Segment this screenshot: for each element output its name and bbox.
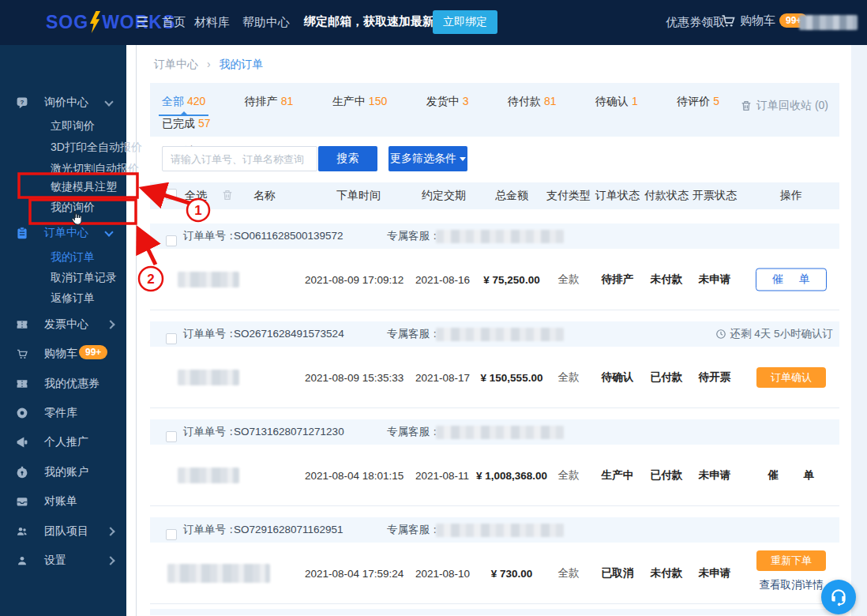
- order-status: 待确认: [594, 370, 641, 385]
- breadcrumb-parent[interactable]: 订单中心: [154, 58, 198, 70]
- sidebar-cart-badge: 99+: [79, 345, 107, 359]
- order-no-label: 订单单号：: [183, 223, 237, 249]
- scrollbar-track[interactable]: [851, 45, 867, 616]
- username-redacted[interactable]: [799, 15, 858, 30]
- tab-all[interactable]: 全部420: [162, 95, 205, 116]
- order-no: SO0611628500139572: [234, 223, 343, 249]
- order-search-input[interactable]: [162, 146, 317, 171]
- sidebar-item-my-account[interactable]: 我的账户: [0, 464, 126, 481]
- search-bar: 搜索 更多筛选条件: [150, 146, 839, 171]
- sidebar-item-cancel-order-records[interactable]: 取消订单记录: [51, 271, 117, 287]
- sidebar-item-invoice-center[interactable]: 发票中心: [0, 316, 126, 333]
- chevron-down-icon: [104, 97, 113, 106]
- reorder-button[interactable]: 重新下单: [756, 550, 826, 571]
- customer-service-button[interactable]: [821, 580, 856, 614]
- urge-order-button[interactable]: 催 单: [756, 268, 827, 291]
- nav-link-home[interactable]: 首页: [162, 15, 186, 30]
- order-name-redacted: [178, 272, 239, 287]
- order-row[interactable]: 2021-08-04 18:01:15 2021-08-11 ¥ 1,008,3…: [150, 445, 839, 506]
- order-time: 2021-08-09 17:09:12: [305, 273, 412, 285]
- sidebar-item-3d-print-quote[interactable]: 3D打印全自动报价: [51, 141, 142, 156]
- coupon-claim-link[interactable]: 优惠券领取: [666, 15, 725, 30]
- chevron-right-icon: [106, 527, 114, 535]
- sidebar-item-team-projects[interactable]: 团队项目: [0, 523, 126, 540]
- total-amount: ¥ 75,250.00: [464, 273, 559, 285]
- service-label: 专属客服：: [387, 517, 441, 543]
- total-amount: ¥ 730.00: [464, 567, 559, 579]
- sidebar-item-my-orders[interactable]: 我的订单: [51, 250, 95, 266]
- main-content: 订单中心 › 我的订单 全部420 待排产81 生产中150 发货中3 待付款8…: [150, 45, 839, 616]
- sidebar-item-label: 询价中心: [44, 96, 88, 110]
- service-label: 专属客服：: [387, 223, 441, 249]
- nav-link-help-center[interactable]: 帮助中心: [242, 15, 290, 30]
- sidebar-item-laser-cut-quote[interactable]: 激光切割自动报价: [51, 162, 139, 178]
- tab-completed[interactable]: 已完成57: [162, 117, 211, 138]
- service-agent-redacted: [436, 230, 564, 243]
- nav-link-materials[interactable]: 材料库: [194, 15, 230, 30]
- order-time: 2021-08-04 18:01:15: [305, 469, 412, 481]
- sidebar-item-label: 订单中心: [44, 226, 88, 240]
- sidebar-item-label: 购物车: [44, 347, 77, 361]
- pay-type: 全款: [546, 272, 591, 287]
- order-no: SO7291628071162951: [234, 517, 343, 543]
- sidebar-item-personal-promotion[interactable]: 个人推广: [0, 434, 126, 451]
- tab-pending-review[interactable]: 待评价5: [677, 95, 719, 116]
- confirm-order-button[interactable]: 订单确认: [756, 367, 826, 388]
- sidebar-item-settings[interactable]: 设置: [0, 552, 126, 569]
- sidebar-item-parts-library[interactable]: 零件库: [0, 404, 126, 422]
- order-recycle-bin[interactable]: 订单回收站 (0): [740, 99, 828, 113]
- cart-label: 购物车: [740, 13, 775, 28]
- select-all-checkbox[interactable]: [166, 189, 177, 202]
- order-name-redacted: [178, 370, 239, 385]
- sidebar-item-inquiry-center[interactable]: ? 询价中心: [0, 94, 126, 111]
- menu-toggle-icon[interactable]: ☰: [136, 13, 148, 31]
- bind-now-button[interactable]: 立即绑定: [433, 10, 497, 34]
- view-cancel-details-link[interactable]: 查看取消详情: [752, 578, 831, 592]
- top-navbar: SOG WORKS ☰ 首页 材料库 帮助中心 绑定邮箱，获取速加最新动态 立即…: [0, 0, 867, 45]
- orders-list: 订单单号： SO0611628500139572 专属客服： 2021-08-0…: [150, 223, 839, 615]
- search-button[interactable]: 搜索: [318, 146, 377, 171]
- sidebar-item-label: 我的优惠券: [44, 377, 99, 391]
- sidebar-item-cart[interactable]: 购物车 99+: [0, 345, 126, 362]
- cart-icon: [16, 347, 28, 360]
- order-row[interactable]: 2021-08-09 17:09:12 2021-08-16 ¥ 75,250.…: [150, 249, 839, 310]
- confirm-countdown: 还剩 4天 5小时确认订: [715, 321, 833, 347]
- order-time: 2021-08-04 17:59:24: [305, 567, 412, 579]
- total-amount: ¥ 150,555.00: [464, 371, 559, 383]
- sidebar-item-instant-quote[interactable]: 立即询价: [51, 119, 95, 135]
- invoice-status: 未申请: [690, 468, 739, 483]
- recycle-bin-label: 订单回收站 (0): [756, 99, 828, 113]
- cart-icon: [720, 13, 736, 28]
- col-order-status: 订单状态: [594, 189, 641, 203]
- tab-pending-confirmation[interactable]: 待确认1: [595, 95, 638, 116]
- coupon-icon: [16, 377, 28, 390]
- sidebar-item-order-center[interactable]: 订单中心: [0, 224, 126, 242]
- caret-down-icon: [460, 157, 466, 161]
- sogaworks-logo[interactable]: SOG WORKS: [46, 10, 175, 34]
- col-amount: 总金额: [464, 189, 559, 203]
- svg-text:?: ?: [21, 99, 24, 106]
- tab-pending-payment[interactable]: 待付款81: [508, 95, 557, 116]
- order-group: 订单单号： SO7291628071162951 专属客服： 2021-08-0…: [150, 517, 839, 604]
- sidebar-item-label: 零件库: [44, 406, 77, 420]
- tab-shipping[interactable]: 发货中3: [426, 95, 469, 116]
- sidebar-item-rapid-molding[interactable]: 敏捷模具注塑: [51, 180, 117, 196]
- tab-pending-scheduling[interactable]: 待排产81: [245, 95, 294, 116]
- navbar-cart[interactable]: 购物车 99+: [720, 13, 808, 28]
- order-no-label: 订单单号：: [183, 419, 237, 445]
- sidebar-item-my-coupons[interactable]: 我的优惠券: [0, 375, 126, 393]
- order-row[interactable]: 2021-08-04 17:59:24 2021-08-10 ¥ 730.00 …: [150, 543, 839, 604]
- more-filters-button[interactable]: 更多筛选条件: [388, 146, 467, 171]
- service-agent-redacted: [436, 328, 564, 341]
- order-name-redacted: [167, 564, 270, 583]
- urge-order-link[interactable]: 催 单: [752, 468, 831, 483]
- service-agent-redacted: [436, 524, 564, 537]
- clipboard-icon: [16, 227, 28, 239]
- sidebar-item-statements[interactable]: 对账单: [0, 493, 126, 510]
- sidebar-item-repair-orders[interactable]: 返修订单: [51, 291, 95, 307]
- tab-in-production[interactable]: 生产中150: [332, 95, 387, 116]
- sidebar-item-my-inquiries[interactable]: 我的询价: [51, 201, 95, 216]
- statement-inbox-icon: [16, 495, 28, 508]
- order-status: 已取消: [594, 566, 641, 580]
- order-row[interactable]: 2021-08-09 15:35:33 2021-08-17 ¥ 150,555…: [150, 347, 839, 408]
